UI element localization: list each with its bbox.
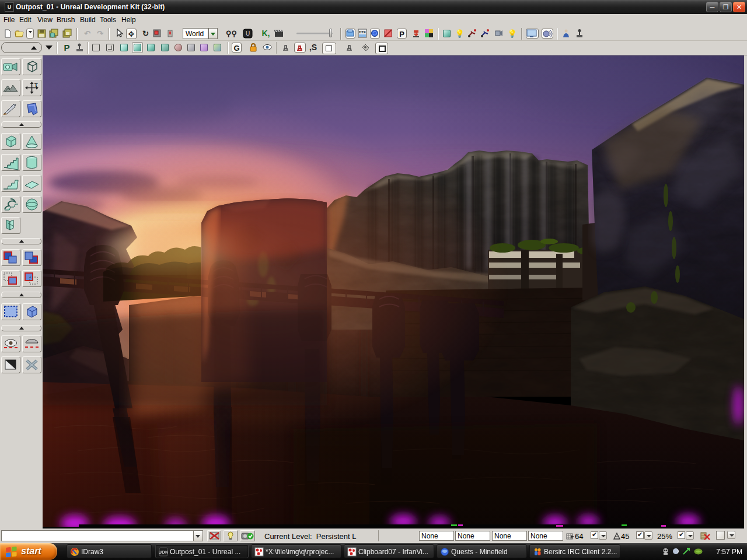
svg-text:DTE: DTE: [359, 30, 366, 34]
svg-text:T: T: [34, 82, 38, 88]
svg-text:U: U: [246, 30, 250, 37]
svg-text:UDK: UDK: [159, 550, 168, 555]
